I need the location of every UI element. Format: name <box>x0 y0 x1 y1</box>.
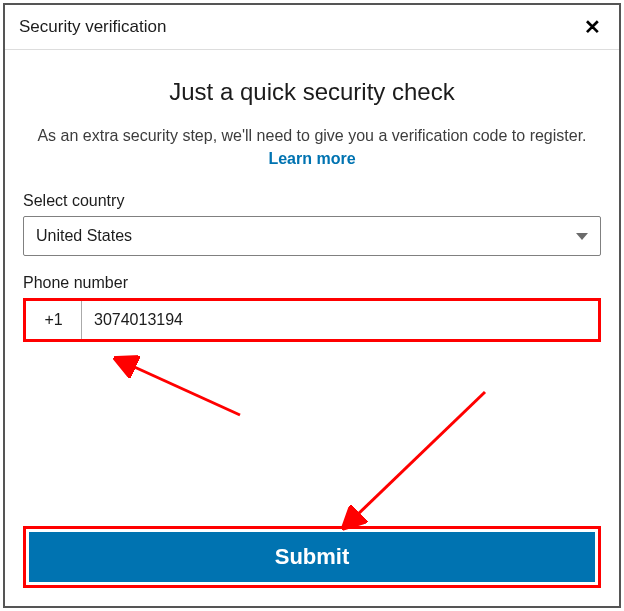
subtext-body: As an extra security step, we'll need to… <box>37 127 586 144</box>
subtext: As an extra security step, we'll need to… <box>23 124 601 170</box>
phone-row: +1 <box>23 298 601 342</box>
phone-input[interactable] <box>82 301 598 339</box>
country-selected-value: United States <box>36 227 576 245</box>
dialog-title: Security verification <box>19 17 166 37</box>
learn-more-link[interactable]: Learn more <box>268 150 355 167</box>
country-select[interactable]: United States <box>23 216 601 256</box>
phone-label: Phone number <box>23 274 601 292</box>
spacer <box>23 342 601 526</box>
main-heading: Just a quick security check <box>23 78 601 106</box>
dialog-content: Just a quick security check As an extra … <box>5 50 619 606</box>
country-label: Select country <box>23 192 601 210</box>
submit-highlight: Submit <box>23 526 601 588</box>
submit-button[interactable]: Submit <box>29 532 595 582</box>
close-icon[interactable]: ✕ <box>580 15 605 39</box>
chevron-down-icon <box>576 233 588 240</box>
country-code: +1 <box>26 301 82 339</box>
security-verification-dialog: Security verification ✕ Just a quick sec… <box>3 3 621 608</box>
dialog-header: Security verification ✕ <box>5 5 619 50</box>
